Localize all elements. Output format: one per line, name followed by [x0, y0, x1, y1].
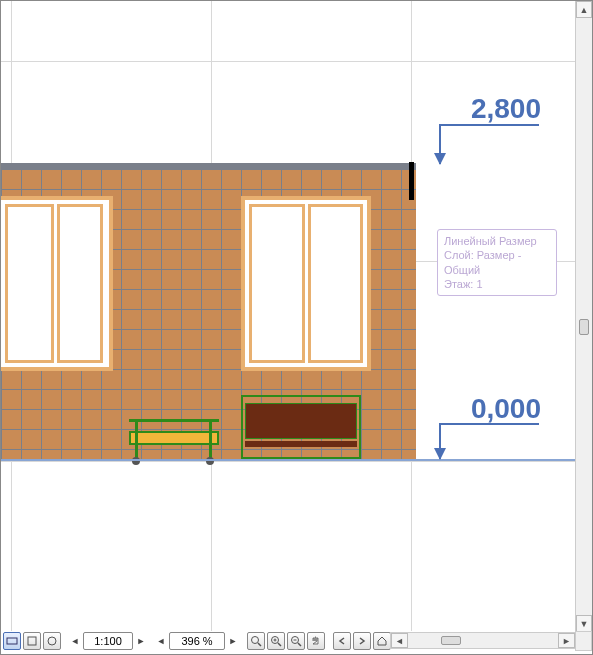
next-view-button[interactable] — [353, 632, 371, 650]
element-tooltip: Линейный Размер Слой: Размер - Общий Эта… — [437, 229, 557, 296]
zoom-field[interactable]: 396 % — [169, 632, 225, 650]
scale-next-button[interactable]: ► — [135, 632, 147, 650]
ground-line — [1, 459, 576, 461]
vertical-scrollbar[interactable]: ▲ ▼ — [575, 1, 592, 632]
home-view-button[interactable] — [373, 632, 391, 650]
tooltip-floor: Этаж: 1 — [444, 277, 550, 291]
view-mode-1-button[interactable] — [3, 632, 21, 650]
dimension-label-bottom[interactable]: 0,000 — [451, 393, 541, 425]
dimension-arrow-top — [439, 124, 441, 164]
scroll-down-button[interactable]: ▼ — [576, 615, 592, 632]
drawing-canvas[interactable]: 2,800 0,000 Линейный Размер Слой: Размер… — [1, 1, 576, 631]
horizontal-scroll-thumb[interactable] — [441, 636, 461, 645]
view-mode-2-button[interactable] — [23, 632, 41, 650]
view-mode-3-button[interactable] — [43, 632, 61, 650]
scroll-left-button[interactable]: ◄ — [391, 633, 408, 648]
scale-prev-button[interactable]: ◄ — [69, 632, 81, 650]
scrollbar-corner — [575, 631, 592, 651]
zoom-next-button[interactable]: ► — [227, 632, 239, 650]
scale-field[interactable]: 1:100 — [83, 632, 133, 650]
cart-object — [129, 419, 219, 459]
zoom-in-button[interactable] — [267, 632, 285, 650]
horizontal-scrollbar[interactable]: ◄ ► — [390, 632, 576, 649]
selection-mark — [409, 162, 414, 200]
svg-point-2 — [48, 637, 56, 645]
svg-rect-1 — [28, 637, 36, 645]
zoom-out-button[interactable] — [287, 632, 305, 650]
status-bar: ◄ 1:100 ► ◄ 396 % ► — [3, 631, 391, 651]
dimension-label-top[interactable]: 2,800 — [451, 93, 541, 125]
scroll-right-button[interactable]: ► — [558, 633, 575, 648]
prev-view-button[interactable] — [333, 632, 351, 650]
dimension-arrow-bottom — [439, 423, 441, 459]
hand-tool-button[interactable] — [307, 632, 325, 650]
window-right — [241, 196, 371, 371]
scroll-up-button[interactable]: ▲ — [576, 1, 592, 18]
svg-line-8 — [278, 643, 281, 646]
window-left — [1, 196, 113, 371]
svg-line-11 — [298, 643, 301, 646]
tooltip-title: Линейный Размер — [444, 234, 550, 248]
svg-line-4 — [258, 643, 261, 646]
svg-rect-0 — [7, 638, 17, 644]
vertical-scroll-thumb[interactable] — [579, 319, 589, 335]
tooltip-layer: Слой: Размер - Общий — [444, 248, 550, 277]
svg-point-3 — [252, 637, 259, 644]
zoom-prev-button[interactable]: ◄ — [155, 632, 167, 650]
bench-object — [241, 395, 361, 459]
zoom-tool-button[interactable] — [247, 632, 265, 650]
